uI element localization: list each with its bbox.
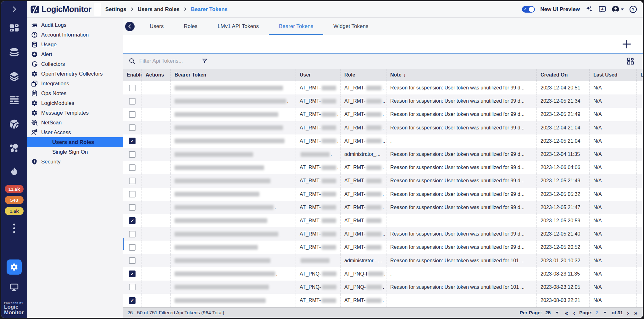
page-number-input[interactable]: 2 [596, 310, 598, 316]
last-page-icon[interactable]: » [633, 310, 638, 316]
collapse-sidebar-button[interactable] [125, 22, 135, 31]
sidebar-item[interactable]: LogicModules [27, 98, 123, 108]
column-header-created-on[interactable]: Created On [537, 69, 590, 81]
clipped-cell [637, 227, 643, 241]
alert-icon [31, 51, 38, 58]
account-information-icon [31, 31, 38, 38]
enable-checkbox[interactable]: ✓ [129, 164, 136, 171]
sidebar-item[interactable]: Ops Notes [27, 88, 123, 98]
feedback-icon[interactable]: 4 [598, 5, 606, 13]
add-token-button[interactable] [621, 39, 632, 49]
dashboards-icon[interactable] [8, 23, 20, 34]
enable-checkbox[interactable]: ✓ [129, 98, 136, 105]
settings-nav-button[interactable] [7, 259, 22, 275]
tab[interactable]: Widget Tokens [323, 18, 378, 35]
sidebar-item[interactable]: Integrations [27, 79, 123, 88]
expand-rail-button[interactable] [1, 6, 27, 13]
breadcrumb-bearer-tokens[interactable]: Bearer Tokens [191, 6, 228, 13]
filter-input[interactable] [139, 58, 197, 65]
enable-checkbox[interactable]: ✓ [129, 284, 136, 290]
actions-cell [142, 254, 171, 267]
column-header-note[interactable]: Note↓ [386, 69, 537, 81]
sidebar-item[interactable]: Single Sign On [27, 147, 123, 157]
logs-icon[interactable] [8, 94, 20, 106]
per-page-value[interactable]: 25 [545, 310, 551, 316]
sidebar-item[interactable]: Account Information [27, 30, 123, 40]
enable-checkbox[interactable]: ✓ [129, 271, 136, 277]
resources-icon[interactable] [8, 47, 20, 58]
tab[interactable]: LMv1 API Tokens [208, 18, 269, 35]
tab[interactable]: Bearer Tokens [269, 18, 323, 35]
bearer-token-cell [171, 161, 296, 174]
tab[interactable]: Roles [174, 18, 207, 35]
next-page-icon[interactable]: › [626, 310, 630, 316]
clipped-cell [637, 254, 643, 267]
alert-count-badge[interactable]: 11.6k [5, 185, 24, 193]
column-header-enable[interactable]: Enable [123, 69, 142, 81]
chevron-down-icon[interactable] [556, 312, 559, 314]
actions-cell [142, 81, 171, 94]
help-icon[interactable]: ? [629, 5, 637, 13]
filter-funnel-icon[interactable] [201, 58, 208, 65]
clipped-cell [637, 148, 643, 161]
enable-checkbox[interactable]: ✓ [129, 151, 136, 158]
sparkles-icon[interactable] [585, 5, 593, 13]
user-cell: AT_RMT- [296, 81, 341, 94]
sidebar-item[interactable]: NetScan [27, 118, 123, 128]
mapping-icon[interactable] [8, 142, 20, 154]
bearer-token-cell: . [171, 201, 296, 214]
column-header-clipped[interactable]: Lo [637, 69, 643, 81]
redacted-role [366, 245, 381, 250]
sidebar-item[interactable]: Alert [27, 49, 123, 59]
column-settings-icon[interactable] [626, 57, 635, 65]
new-ui-preview-toggle[interactable]: ✓ [522, 6, 535, 13]
column-header-user[interactable]: User [296, 69, 341, 81]
column-header-actions[interactable]: Actions [142, 69, 171, 81]
logicmonitor-logo[interactable]: LogicMonitor [30, 4, 92, 14]
alert-count-badge[interactable]: 1.6k [5, 207, 24, 215]
chevron-down-icon[interactable] [603, 312, 607, 314]
more-options-icon[interactable] [1, 224, 27, 233]
enable-checkbox[interactable]: ✓ [129, 217, 136, 224]
enable-checkbox[interactable]: ✓ [129, 231, 136, 237]
redacted-user [322, 99, 336, 104]
enable-checkbox[interactable]: ✓ [129, 257, 136, 264]
page-label: Page: [579, 310, 592, 316]
websites-icon[interactable] [8, 118, 20, 130]
bearer-token-cell: . [171, 267, 296, 281]
sidebar-item[interactable]: Message Templates [27, 108, 123, 118]
clipped-cell [637, 267, 643, 281]
enable-checkbox[interactable]: ✓ [129, 191, 136, 197]
enable-checkbox[interactable]: ✓ [129, 111, 136, 118]
sidebar-item[interactable]: Audit Logs [27, 20, 123, 30]
breadcrumb-users-and-roles[interactable]: Users and Roles [138, 6, 180, 13]
enable-checkbox[interactable]: ✓ [129, 244, 136, 251]
sidebar-item[interactable]: Users and Roles [27, 137, 123, 147]
user-menu[interactable] [612, 5, 624, 13]
note-cell: Reason for suspension: User token was un… [386, 161, 537, 174]
enable-checkbox[interactable]: ✓ [129, 124, 136, 131]
remote-session-button[interactable] [1, 282, 27, 292]
sidebar-item[interactable]: OpenTelemetry Collectors [27, 69, 123, 79]
sidebar-item[interactable]: % Usage [27, 40, 123, 49]
enable-checkbox[interactable]: ✓ [129, 204, 136, 211]
sidebar-item[interactable]: User Access [27, 128, 123, 137]
alert-count-badge[interactable]: 540 [5, 196, 24, 204]
breadcrumb-settings[interactable]: Settings [105, 6, 126, 13]
first-page-icon[interactable]: « [564, 310, 569, 316]
created-on-cell: 2023-01-20 10:32 [537, 254, 590, 267]
previous-page-icon[interactable]: ‹ [572, 310, 576, 316]
enable-checkbox[interactable]: ✓ [129, 138, 136, 144]
enable-checkbox[interactable]: ✓ [129, 85, 136, 91]
sidebar-item[interactable]: Security [27, 157, 123, 167]
modules-icon[interactable] [8, 71, 20, 82]
enable-checkbox[interactable]: ✓ [129, 178, 136, 184]
column-header-bearer-token[interactable]: Bearer Token [171, 69, 296, 81]
column-header-last-used[interactable]: Last Used [590, 69, 637, 81]
alerts-icon[interactable] [8, 166, 20, 178]
clipped-cell [637, 188, 643, 201]
column-header-role[interactable]: Role [341, 69, 386, 81]
enable-checkbox[interactable]: ✓ [129, 297, 136, 304]
tab[interactable]: Users [140, 18, 174, 35]
sidebar-item[interactable]: Collectors [27, 59, 123, 69]
